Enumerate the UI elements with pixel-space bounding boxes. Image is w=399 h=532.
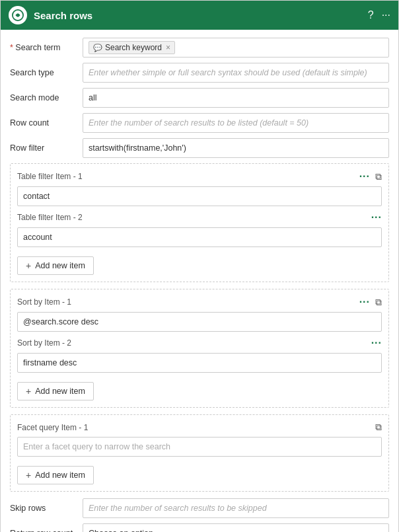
- more-options-icon[interactable]: ···: [382, 9, 390, 21]
- search-mode-label: Search mode: [10, 93, 83, 102]
- plus-icon-sort: +: [26, 386, 31, 397]
- table-filter-item-1-copy-icon[interactable]: ⧉: [375, 171, 382, 182]
- sort-by-item-1-copy-icon[interactable]: ⧉: [375, 297, 382, 308]
- main-panel: Search rows ? ··· Search term 💬 Search k…: [0, 0, 399, 532]
- sort-by-item-2-actions: ···: [371, 337, 382, 349]
- tag-text: Search keyword: [105, 43, 162, 52]
- page-title: Search rows: [34, 10, 361, 21]
- return-row-count-row: Return row count Choose an option ⌄: [10, 523, 389, 532]
- search-term-input[interactable]: 💬 Search keyword ×: [83, 38, 389, 57]
- return-row-count-placeholder: Choose an option: [89, 529, 153, 532]
- search-term-row: Search term 💬 Search keyword ×: [10, 38, 389, 57]
- skip-rows-input[interactable]: [83, 498, 389, 518]
- search-type-label: Search type: [10, 68, 83, 77]
- table-filter-item-1-header: Table filter Item - 1 ··· ⧉: [17, 171, 382, 182]
- table-filter-add-button[interactable]: + Add new item: [17, 256, 94, 275]
- row-filter-input[interactable]: [83, 138, 389, 158]
- sort-by-item-1-label: Sort by Item - 1: [17, 297, 71, 307]
- search-type-input[interactable]: [83, 63, 389, 83]
- table-filter-item-1-label: Table filter Item - 1: [17, 172, 83, 181]
- table-filter-item-2-dots[interactable]: ···: [371, 211, 382, 223]
- table-filter-item-1-input[interactable]: [17, 186, 382, 206]
- row-count-row: Row count: [10, 113, 389, 133]
- row-filter-label: Row filter: [10, 143, 83, 153]
- sort-by-item-2-label: Sort by Item - 2: [17, 338, 71, 348]
- search-term-label: Search term: [10, 43, 83, 52]
- app-logo: [9, 6, 27, 24]
- sort-by-add-button[interactable]: + Add new item: [17, 382, 94, 400]
- table-filter-item-2-header: Table filter Item - 2 ···: [17, 211, 382, 223]
- facet-query-input[interactable]: [17, 437, 382, 457]
- facet-query-item-1-label: Facet query Item - 1: [17, 423, 88, 432]
- search-mode-input[interactable]: [83, 88, 389, 108]
- facet-query-add-button[interactable]: + Add new item: [17, 466, 94, 484]
- sort-by-item-2-dots[interactable]: ···: [371, 337, 382, 349]
- facet-query-copy-icon[interactable]: ⧉: [375, 422, 382, 433]
- search-type-row: Search type: [10, 63, 389, 83]
- table-filter-item-2-actions: ···: [371, 211, 382, 223]
- search-mode-row: Search mode: [10, 88, 389, 108]
- facet-query-item-1-header: Facet query Item - 1 ⧉: [17, 422, 382, 433]
- sort-by-item-1-header: Sort by Item - 1 ··· ⧉: [17, 296, 382, 308]
- sort-by-item-1-input[interactable]: [17, 312, 382, 332]
- sort-by-item-1-dots[interactable]: ···: [359, 296, 370, 308]
- table-filter-item-2-input[interactable]: [17, 227, 382, 247]
- sort-by-item-2-header: Sort by Item - 2 ···: [17, 337, 382, 349]
- table-filter-item-2-label: Table filter Item - 2: [17, 213, 83, 222]
- tag-icon: 💬: [93, 44, 102, 52]
- search-keyword-tag: 💬 Search keyword ×: [89, 41, 175, 54]
- tag-close-button[interactable]: ×: [166, 43, 170, 52]
- sort-by-item-1: Sort by Item - 1 ··· ⧉: [17, 296, 382, 332]
- plus-icon: +: [26, 260, 31, 271]
- sort-by-add-label: Add new item: [35, 387, 85, 396]
- sort-by-item-2-input[interactable]: [17, 353, 382, 373]
- table-filter-item-1-actions: ··· ⧉: [359, 171, 382, 182]
- header: Search rows ? ···: [1, 1, 398, 30]
- skip-rows-row: Skip rows: [10, 498, 389, 518]
- help-icon[interactable]: ?: [368, 9, 374, 21]
- form-content: Search term 💬 Search keyword × Search ty…: [1, 30, 398, 532]
- sort-by-item-2: Sort by Item - 2 ···: [17, 337, 382, 373]
- row-count-input[interactable]: [83, 113, 389, 133]
- chevron-down-icon: ⌄: [375, 527, 383, 533]
- sort-by-section: Sort by Item - 1 ··· ⧉ Sort by Item - 2 …: [10, 289, 389, 408]
- table-filter-item-2: Table filter Item - 2 ···: [17, 211, 382, 247]
- table-filter-item-1-dots[interactable]: ···: [359, 171, 370, 182]
- row-count-label: Row count: [10, 118, 83, 128]
- facet-query-add-label: Add new item: [35, 471, 85, 480]
- return-row-count-label: Return row count: [10, 529, 83, 532]
- plus-icon-facet: +: [26, 470, 31, 480]
- facet-query-section: Facet query Item - 1 ⧉ + Add new item: [10, 414, 389, 492]
- table-filter-section: Table filter Item - 1 ··· ⧉ Table filter…: [10, 163, 389, 282]
- row-filter-row: Row filter: [10, 138, 389, 158]
- skip-rows-label: Skip rows: [10, 504, 83, 513]
- table-filter-item-1: Table filter Item - 1 ··· ⧉: [17, 171, 382, 206]
- table-filter-add-label: Add new item: [35, 261, 85, 270]
- facet-query-item-1-actions: ⧉: [375, 422, 382, 433]
- return-row-count-select[interactable]: Choose an option ⌄: [83, 523, 389, 532]
- header-actions: ? ···: [368, 9, 390, 21]
- facet-query-item-1: Facet query Item - 1 ⧉: [17, 422, 382, 457]
- sort-by-item-1-actions: ··· ⧉: [359, 296, 382, 308]
